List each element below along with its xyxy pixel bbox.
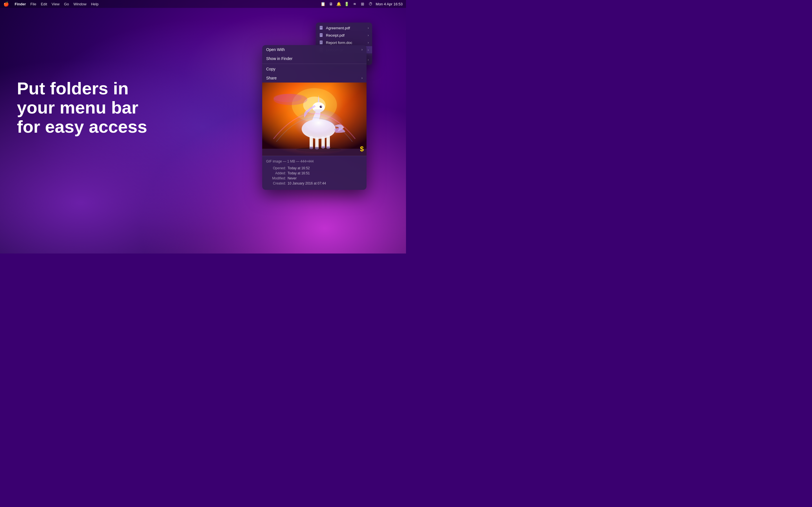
pdf-icon-2: [319, 33, 324, 38]
menubar-left: 🍎 Finder File Edit View Go Window Help: [3, 1, 98, 7]
unicorn-background: [262, 82, 366, 156]
menubar-app-name[interactable]: Finder: [15, 2, 26, 6]
svg-point-20: [273, 94, 302, 102]
svg-point-24: [321, 106, 322, 107]
opened-value: Today at 16:52: [288, 166, 310, 170]
battery-icon[interactable]: 🔋: [344, 1, 349, 6]
file-name-report: Report form.doc: [326, 41, 352, 45]
menubar-file[interactable]: File: [31, 2, 36, 6]
svg-rect-10: [320, 42, 322, 42]
hero-text: Put folders in your menu bar for easy ac…: [17, 79, 147, 136]
clipboard-icon[interactable]: 📋: [320, 1, 326, 6]
hero-line1: Put folders in: [17, 79, 147, 98]
file-item-receipt[interactable]: Receipt.pdf ›: [316, 32, 372, 39]
opened-label: Opened:: [266, 166, 286, 170]
added-value: Today at 16:51: [288, 171, 310, 175]
display-icon[interactable]: 🖥: [328, 1, 334, 6]
svg-rect-8: [320, 41, 322, 44]
menubar-help[interactable]: Help: [91, 2, 99, 6]
share-chevron-icon: ›: [361, 76, 363, 80]
file-info-added-row: Added: Today at 16:51: [266, 171, 363, 175]
file-name-agreement: Agreement.pdf: [326, 26, 350, 30]
open-with-chevron-icon: ›: [361, 48, 363, 52]
svg-rect-1: [320, 27, 322, 27]
doc-icon: [319, 40, 324, 45]
created-value: 10 January 2016 at 07:44: [288, 181, 326, 185]
svg-rect-6: [320, 35, 322, 35]
chevron-icon-3: ›: [368, 41, 369, 44]
share-label: Share: [266, 76, 276, 80]
share-item[interactable]: Share ›: [262, 73, 366, 82]
pdf-icon: [319, 25, 324, 30]
file-info-opened-row: Opened: Today at 16:52: [266, 166, 363, 170]
hero-line3: for easy access: [17, 117, 147, 136]
show-in-finder-label: Show in Finder: [266, 56, 292, 61]
open-with-item[interactable]: Open With ›: [262, 45, 366, 54]
chevron-icon-4: ›: [368, 48, 369, 52]
preview-image: $: [262, 82, 366, 156]
menubar-view[interactable]: View: [52, 2, 59, 6]
svg-rect-4: [320, 33, 322, 37]
created-label: Created:: [266, 181, 286, 185]
siri-icon[interactable]: ⏱: [368, 1, 373, 6]
svg-point-33: [293, 109, 344, 143]
svg-rect-7: [320, 35, 321, 36]
svg-rect-2: [320, 27, 322, 27]
svg-rect-9: [320, 41, 322, 42]
menubar-edit[interactable]: Edit: [41, 2, 47, 6]
apple-logo-icon[interactable]: 🍎: [3, 1, 9, 7]
file-name-receipt: Receipt.pdf: [326, 33, 345, 38]
svg-rect-0: [320, 26, 322, 30]
file-info-modified-row: Modified: Never: [266, 176, 363, 180]
file-info: GIF image — 1 MB — 444×444 Opened: Today…: [262, 156, 366, 190]
price-badge: $: [360, 145, 364, 153]
copy-label: Copy: [266, 67, 275, 71]
modified-value: Never: [288, 176, 297, 180]
file-type-size: GIF image — 1 MB — 444×444: [266, 159, 363, 163]
context-menu-card: Open With › Show in Finder Copy Share ›: [262, 45, 366, 190]
file-item-agreement[interactable]: Agreement.pdf ›: [316, 24, 372, 32]
hero-line2: your menu bar: [17, 98, 147, 117]
wifi-icon[interactable]: ≋: [352, 1, 357, 6]
file-info-created-row: Created: 10 January 2016 at 07:44: [266, 181, 363, 185]
open-with-label: Open With: [266, 47, 285, 52]
svg-rect-3: [320, 28, 321, 28]
control-center-icon[interactable]: ⊞: [360, 1, 365, 6]
chevron-icon: ›: [368, 26, 369, 30]
ctx-divider-1: [262, 64, 366, 64]
copy-item[interactable]: Copy: [262, 64, 366, 73]
menubar: 🍎 Finder File Edit View Go Window Help 📋…: [0, 0, 406, 8]
menubar-window[interactable]: Window: [73, 2, 86, 6]
svg-rect-11: [320, 43, 321, 43]
added-label: Added:: [266, 171, 286, 175]
svg-rect-35: [262, 149, 366, 156]
menubar-go[interactable]: Go: [64, 2, 69, 6]
show-in-finder-item[interactable]: Show in Finder: [262, 54, 366, 63]
notification-icon[interactable]: 🔔: [336, 1, 342, 6]
chevron-icon-5: ›: [368, 58, 369, 61]
menubar-right: 📋 🖥 🔔 🔋 ≋ ⊞ ⏱ Mon 4 Apr 16:53: [320, 1, 403, 6]
modified-label: Modified:: [266, 176, 286, 180]
menubar-clock: Mon 4 Apr 16:53: [376, 2, 403, 6]
chevron-icon-2: ›: [368, 34, 369, 37]
